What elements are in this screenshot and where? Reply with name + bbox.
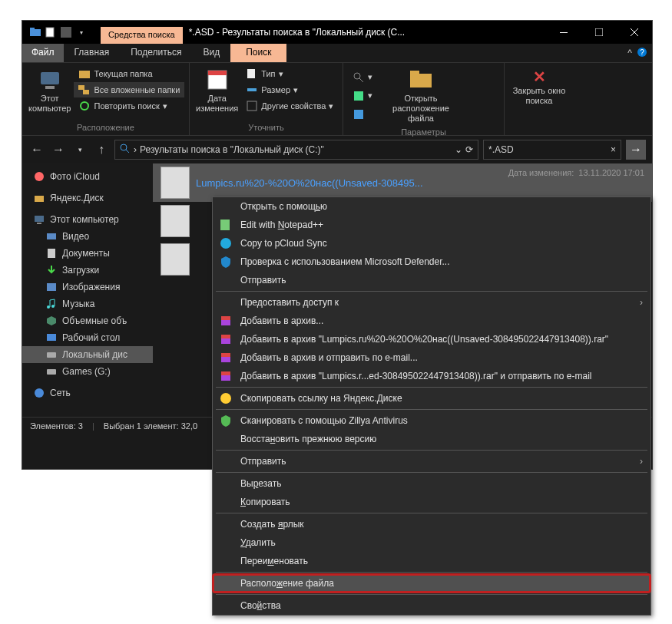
ctx-notepad[interactable]: Edit with Notepad++ [213, 216, 650, 234]
minimize-button[interactable] [546, 21, 581, 44]
qa-new-icon[interactable] [44, 25, 58, 39]
open-file-location-button[interactable]: Открыть расположение файла [379, 66, 463, 126]
address-bar[interactable]: › Результаты поиска в "Локальный диск (C… [114, 140, 478, 160]
titlebar: ▾ Средства поиска *.ASD - Результаты пои… [22, 21, 652, 44]
sidebar-item-localc[interactable]: Локальный дис [22, 346, 153, 363]
sidebar-item-docs[interactable]: Документы [22, 245, 153, 262]
ctx-rar-email[interactable]: Добавить в архив и отправить по e-mail..… [213, 348, 650, 367]
sidebar-item-music[interactable]: Музыка [22, 295, 153, 312]
svg-rect-32 [37, 223, 41, 224]
svg-line-28 [126, 150, 129, 153]
svg-rect-14 [83, 90, 89, 94]
svg-rect-19 [247, 88, 257, 91]
type-button[interactable]: Тип ▾ [241, 66, 338, 81]
sidebar-item-images[interactable]: Изображения [22, 279, 153, 295]
file-icon [161, 205, 190, 237]
close-search-button[interactable]: ✕ Закрыть окно поиска [509, 66, 569, 107]
sidebar-item-games[interactable]: Games (G:) [22, 363, 153, 380]
search-input[interactable]: *.ASD × [483, 140, 621, 160]
close-button[interactable] [617, 21, 652, 44]
context-menu: Открыть с помощью Edit with Notepad++ Co… [212, 196, 651, 616]
ctx-zillya[interactable]: Сканировать с помощью Zillya Antivirus [213, 411, 650, 430]
svg-text:?: ? [640, 48, 644, 57]
ctx-yadisk-copy[interactable]: Скопировать ссылку на Яндекс.Диске [213, 389, 650, 408]
sidebar-item-icloud[interactable]: Фото iCloud [22, 168, 153, 185]
advanced-params-button[interactable]: ▾ [348, 88, 377, 104]
ctx-send[interactable]: Отправить [213, 271, 650, 289]
svg-rect-39 [47, 352, 56, 358]
back-button[interactable]: ← [28, 141, 45, 158]
menu-share[interactable]: Поделиться [120, 44, 192, 62]
svg-rect-30 [35, 196, 44, 202]
ctx-properties[interactable]: Свойства [213, 596, 650, 615]
svg-point-21 [354, 73, 360, 79]
svg-rect-17 [208, 71, 227, 75]
recent-searches-button[interactable]: ▾ [348, 70, 377, 85]
ctx-rename[interactable]: Переименовать [213, 552, 650, 570]
ribbon-collapse-icon[interactable]: ^ [627, 48, 632, 58]
menu-view[interactable]: Вид [192, 44, 230, 62]
svg-rect-18 [247, 69, 255, 78]
menu-search[interactable]: Поиск [230, 44, 286, 62]
menu-file[interactable]: Файл [22, 44, 64, 62]
date-modified-button[interactable]: Дата изменения [194, 66, 240, 115]
other-props-button[interactable]: Другие свойства ▾ [241, 98, 338, 114]
sidebar-item-desktop[interactable]: Рабочий стол [22, 329, 153, 346]
svg-line-22 [359, 78, 363, 82]
svg-rect-45 [221, 316, 230, 320]
sidebar-item-network[interactable]: Сеть [22, 385, 153, 401]
ctx-rar-add-named[interactable]: Добавить в архив "Lumpics.ru%20-%20O%20н… [213, 330, 650, 348]
ctx-pcloud[interactable]: Copy to pCloud Sync [213, 234, 650, 253]
up-button[interactable]: ↑ [93, 141, 110, 158]
ctx-rar-add[interactable]: Добавить в архив... [213, 312, 650, 330]
sidebar-item-3d[interactable]: Объемные объ [22, 312, 153, 329]
svg-rect-23 [354, 91, 363, 101]
sidebar-item-video[interactable]: Видео [22, 228, 153, 245]
menu-home[interactable]: Главная [64, 44, 121, 62]
recent-dropdown-icon[interactable]: ▾ [71, 141, 88, 158]
ctx-rar-email-named[interactable]: Добавить в архив "Lumpics.r...ed-3084950… [213, 367, 650, 385]
qa-down-icon[interactable] [59, 25, 73, 39]
help-icon[interactable]: ? [637, 47, 647, 60]
ctx-share-access[interactable]: Предоставить доступ к› [213, 293, 650, 312]
size-button[interactable]: Размер ▾ [241, 82, 338, 97]
search-go-button[interactable]: → [626, 140, 646, 160]
tool-tab[interactable]: Средства поиска [101, 27, 183, 44]
svg-point-37 [51, 305, 55, 308]
clear-search-icon[interactable]: × [611, 144, 616, 155]
ctx-delete[interactable]: Удалить [213, 533, 650, 552]
forward-button[interactable]: → [50, 141, 67, 158]
refresh-icon[interactable]: ⟳ [465, 144, 473, 155]
ctx-open-with[interactable]: Открыть с помощью [213, 197, 650, 216]
ctx-file-location[interactable]: Расположение файла [213, 574, 650, 593]
svg-rect-26 [410, 71, 419, 75]
ctx-cut[interactable]: Вырезать [213, 474, 650, 493]
svg-rect-4 [560, 32, 568, 33]
repeat-search-button[interactable]: Повторить поиск ▾ [74, 98, 184, 114]
group-refine-label: Уточнить [194, 121, 338, 134]
svg-rect-31 [35, 216, 44, 222]
save-search-button[interactable] [348, 107, 377, 122]
svg-rect-25 [410, 74, 432, 87]
ctx-send-to[interactable]: Отправить› [213, 452, 650, 470]
svg-rect-35 [47, 283, 56, 291]
sidebar-item-thispc[interactable]: Этот компьютер [22, 211, 153, 228]
ctx-copy[interactable]: Копировать [213, 493, 650, 511]
chevron-right-icon: › [640, 456, 643, 467]
qa-dropdown-icon[interactable]: ▾ [74, 25, 88, 39]
current-folder-button[interactable]: Текущая папка [74, 66, 184, 81]
svg-point-43 [220, 238, 231, 249]
svg-rect-42 [220, 220, 230, 230]
svg-rect-40 [47, 369, 56, 375]
ctx-create-shortcut[interactable]: Создать ярлык [213, 515, 650, 533]
this-pc-button[interactable]: Этот компьютер [27, 66, 72, 115]
all-subfolders-button[interactable]: Все вложенные папки [74, 82, 184, 97]
addr-dropdown-icon[interactable]: ⌄ [455, 144, 462, 155]
sidebar-item-downloads[interactable]: Загрузки [22, 262, 153, 279]
maximize-button[interactable] [581, 21, 617, 44]
ctx-restore-version[interactable]: Восстановить прежнюю версию [213, 430, 650, 448]
sidebar-item-yadisk[interactable]: Яндекс.Диск [22, 190, 153, 206]
status-count: Элементов: 3 [30, 421, 83, 431]
ctx-defender[interactable]: Проверка с использованием Microsoft Defe… [213, 253, 650, 271]
svg-rect-24 [354, 110, 363, 119]
